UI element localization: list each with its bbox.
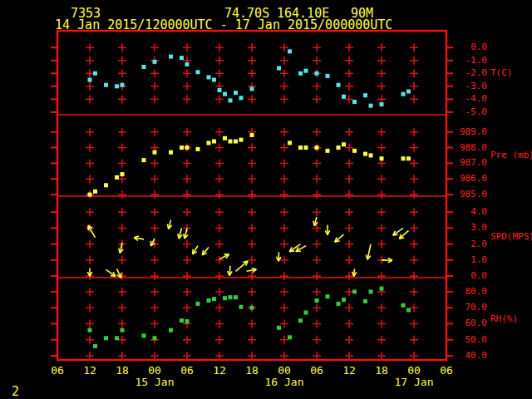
rh--point [239, 305, 244, 309]
t-c--point [93, 71, 97, 76]
t-c--point [169, 55, 173, 59]
y-axis-tick-label: 986.0 [454, 174, 487, 184]
rh--point [223, 296, 227, 300]
panel-title-3: RH(%) [490, 314, 518, 324]
y-axis-tick-label: 1.0 [454, 255, 487, 265]
y-axis-tick-label: 989.0 [454, 127, 487, 137]
t-c--point [229, 98, 233, 102]
rh--point [401, 303, 406, 308]
pre-mb--point [250, 133, 254, 137]
pre-mb--point [153, 150, 157, 155]
rh--point [207, 298, 211, 303]
pre-mb--point [363, 152, 367, 156]
pre-mb--point [212, 140, 216, 144]
pre-mb--point [229, 140, 233, 144]
y-axis-tick-label: 60.0 [454, 318, 487, 328]
y-axis-tick-label: -1.0 [454, 56, 487, 66]
t-c--point [250, 86, 254, 91]
pre-mb--point [196, 147, 200, 151]
y-axis-tick-label: 988.0 [454, 143, 487, 153]
page-number: 2 [12, 386, 19, 398]
pre-mb--point [223, 136, 227, 140]
t-c--point [342, 95, 346, 99]
rh--point [326, 294, 330, 298]
wind-arrow-head [184, 234, 185, 239]
rh--point [277, 326, 281, 330]
t-c--point [326, 74, 330, 78]
pre-mb--point [185, 145, 190, 150]
rh--point [185, 319, 190, 323]
pre-mb--point [142, 158, 146, 162]
rh--point [229, 295, 233, 299]
rh--point [363, 299, 367, 303]
x-axis-hour-label: 06 [423, 365, 470, 376]
pre-mb--point [298, 145, 303, 150]
panel-title-0: T(C) [490, 68, 513, 78]
y-axis-tick-label: 985.0 [454, 190, 487, 200]
y-axis-tick-label: 40.0 [454, 351, 487, 361]
pre-mb--point [93, 190, 97, 194]
pre-mb--point [207, 140, 211, 145]
y-axis-tick-label: -2.0 [454, 68, 487, 78]
t-c--point [352, 100, 357, 104]
pre-mb--point [288, 140, 292, 145]
rh--point [88, 328, 92, 332]
t-c--point [115, 84, 119, 88]
rh--point [234, 295, 238, 299]
t-c--point [304, 69, 308, 73]
pre-mb--point [239, 138, 244, 142]
y-axis-tick-label: 0.0 [454, 42, 487, 52]
t-c--point [180, 56, 184, 60]
t-c--point [218, 88, 222, 92]
t-c--point [337, 83, 341, 87]
rh--point [104, 336, 108, 340]
t-c--point [239, 96, 244, 100]
t-c--point [88, 78, 92, 82]
t-c--point [153, 60, 157, 64]
plot-area [0, 0, 532, 399]
wind-arrow-shaft [236, 261, 249, 271]
y-axis-tick-label: -5.0 [454, 107, 487, 117]
x-axis-day-label: 15 Jan [131, 377, 178, 387]
x-axis-day-label: 16 Jan [261, 377, 308, 387]
pre-mb--point [406, 156, 411, 160]
pre-mb--point [88, 193, 92, 197]
pre-mb--point [234, 140, 238, 144]
rh--point [352, 289, 357, 293]
wind-arrow-head [366, 254, 367, 259]
pre-mb--point [369, 154, 373, 158]
pre-mb--point [352, 149, 357, 153]
rh--point [304, 310, 308, 314]
pre-mb--point [180, 145, 184, 150]
t-c--point [277, 66, 281, 71]
panel-title-2: SPD(MPS) [490, 232, 532, 242]
wind-arrow-head [193, 249, 194, 254]
rh--point [121, 328, 125, 332]
pre-mb--point [342, 142, 346, 146]
y-axis-tick-label: -4.0 [454, 94, 487, 104]
wind-arrow-head [119, 249, 121, 254]
rh--point [288, 335, 292, 339]
pre-mb--point [326, 149, 330, 153]
rh--point [93, 344, 97, 348]
y-axis-tick-label: 80.0 [454, 287, 487, 297]
wind-arrow-head [111, 276, 116, 277]
t-c--point [185, 62, 190, 66]
pre-mb--point [115, 175, 119, 180]
rh--point [142, 333, 146, 337]
y-axis-tick-label: 987.0 [454, 158, 487, 168]
y-axis-tick-label: 50.0 [454, 335, 487, 345]
t-c--point [288, 49, 292, 53]
rh--point [337, 302, 341, 306]
rh--point [169, 328, 173, 332]
t-c--point [406, 90, 411, 94]
pre-mb--point [380, 156, 384, 160]
rh--point [342, 298, 346, 302]
rh--point [406, 308, 411, 313]
rh--point [212, 297, 216, 301]
pre-mb--point [104, 183, 108, 187]
wind-arrow-head [178, 234, 179, 239]
t-c--point [223, 92, 227, 96]
rh--point [315, 298, 319, 303]
pre-mb--point [315, 145, 319, 150]
